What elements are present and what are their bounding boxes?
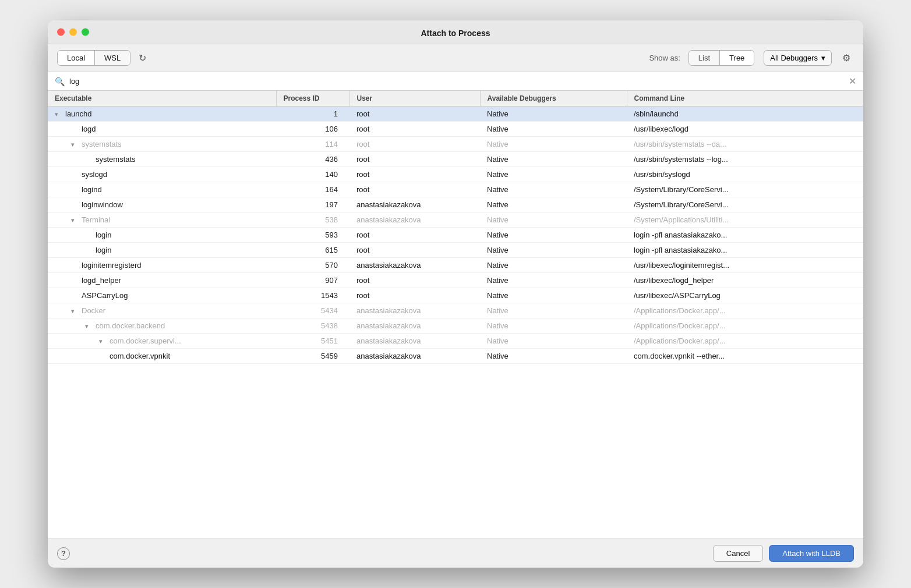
dialog: Attach to Process Local WSL ↻ Show as: L… bbox=[48, 20, 863, 568]
process-cmdline: /usr/sbin/systemstats --da... bbox=[627, 137, 863, 152]
table-row[interactable]: ▾systemstats114rootNative/usr/sbin/syste… bbox=[48, 137, 863, 152]
tree-expand-icon[interactable]: ▾ bbox=[99, 338, 107, 345]
process-user: anastasiakazakova bbox=[349, 349, 480, 364]
process-user: anastasiakazakova bbox=[349, 212, 480, 228]
process-debuggers: Native bbox=[480, 288, 627, 303]
process-name: login bbox=[96, 246, 111, 254]
process-debuggers: Native bbox=[480, 303, 627, 318]
wsl-button[interactable]: WSL bbox=[95, 51, 130, 65]
process-name: systemstats bbox=[96, 155, 136, 164]
tree-expand-icon[interactable]: ▾ bbox=[85, 323, 93, 330]
process-user: root bbox=[349, 107, 480, 122]
table-row[interactable]: loginitemregisterd570anastasiakazakovaNa… bbox=[48, 258, 863, 273]
table-row[interactable]: syslogd140rootNative/usr/sbin/syslogd bbox=[48, 167, 863, 182]
maximize-button[interactable] bbox=[82, 29, 89, 36]
table-row[interactable]: ▾Docker5434anastasiakazakovaNative/Appli… bbox=[48, 303, 863, 318]
col-header-debuggers[interactable]: Available Debuggers bbox=[480, 91, 627, 107]
table-row[interactable]: ▾Terminal538anastasiakazakovaNative/Syst… bbox=[48, 212, 863, 228]
col-header-cmdline[interactable]: Command Line bbox=[627, 91, 863, 107]
process-user: root bbox=[349, 243, 480, 258]
table-row[interactable]: loginwindow197anastasiakazakovaNative/Sy… bbox=[48, 197, 863, 212]
process-name: loginwindow bbox=[82, 200, 123, 209]
process-debuggers: Native bbox=[480, 122, 627, 137]
search-input[interactable] bbox=[69, 77, 844, 86]
process-name: loginitemregisterd bbox=[82, 261, 142, 270]
settings-button[interactable]: ⚙ bbox=[839, 50, 854, 66]
process-debuggers: Native bbox=[480, 197, 627, 212]
tree-expand-icon[interactable]: ▾ bbox=[71, 141, 79, 148]
table-row[interactable]: logind164rootNative/System/Library/CoreS… bbox=[48, 182, 863, 197]
table-row[interactable]: systemstats436rootNative/usr/sbin/system… bbox=[48, 152, 863, 167]
table-row[interactable]: login615rootNativelogin -pfl anastasiaka… bbox=[48, 243, 863, 258]
tree-expand-icon[interactable]: ▾ bbox=[71, 217, 79, 224]
process-debuggers: Native bbox=[480, 152, 627, 167]
view-mode-toggle: List Tree bbox=[688, 50, 754, 66]
process-cmdline: /usr/sbin/systemstats --log... bbox=[627, 152, 863, 167]
table-row[interactable]: logd_helper907rootNative/usr/libexec/log… bbox=[48, 273, 863, 288]
process-cmdline: /Applications/Docker.app/... bbox=[627, 334, 863, 349]
process-name: login bbox=[96, 231, 111, 239]
debuggers-dropdown[interactable]: All Debuggers ▾ bbox=[764, 50, 832, 66]
toolbar: Local WSL ↻ Show as: List Tree All Debug… bbox=[48, 44, 863, 72]
process-cmdline: /Applications/Docker.app/... bbox=[627, 303, 863, 318]
process-user: root bbox=[349, 182, 480, 197]
col-header-pid[interactable]: Process ID bbox=[276, 91, 349, 107]
process-user: root bbox=[349, 137, 480, 152]
process-pid: 570 bbox=[276, 258, 349, 273]
process-name: logind bbox=[82, 185, 102, 194]
process-user: anastasiakazakova bbox=[349, 258, 480, 273]
tree-view-button[interactable]: Tree bbox=[720, 51, 754, 65]
process-pid: 106 bbox=[276, 122, 349, 137]
table-row[interactable]: ▾launchd1rootNative/sbin/launchd bbox=[48, 107, 863, 122]
process-debuggers: Native bbox=[480, 243, 627, 258]
process-cmdline: /System/Library/CoreServi... bbox=[627, 197, 863, 212]
process-cmdline: login -pfl anastasiakazako... bbox=[627, 228, 863, 243]
local-button[interactable]: Local bbox=[58, 51, 95, 65]
process-pid: 593 bbox=[276, 228, 349, 243]
search-clear-button[interactable]: ✕ bbox=[849, 76, 856, 87]
process-name: Docker bbox=[82, 306, 105, 315]
table-row[interactable]: ▾com.docker.backend5438anastasiakazakova… bbox=[48, 318, 863, 334]
process-pid: 5451 bbox=[276, 334, 349, 349]
process-table-container: Executable Process ID User Available Deb… bbox=[48, 91, 863, 539]
footer: ? Cancel Attach with LLDB bbox=[48, 539, 863, 568]
refresh-button[interactable]: ↻ bbox=[135, 50, 150, 66]
attach-button[interactable]: Attach with LLDB bbox=[769, 545, 854, 562]
col-header-user[interactable]: User bbox=[349, 91, 480, 107]
table-row[interactable]: com.docker.vpnkit5459anastasiakazakovaNa… bbox=[48, 349, 863, 364]
process-cmdline: /System/Library/CoreServi... bbox=[627, 182, 863, 197]
process-debuggers: Native bbox=[480, 349, 627, 364]
tree-expand-icon[interactable]: ▾ bbox=[55, 111, 63, 118]
process-pid: 1 bbox=[276, 107, 349, 122]
col-header-executable[interactable]: Executable bbox=[48, 91, 276, 107]
cancel-button[interactable]: Cancel bbox=[713, 545, 763, 562]
process-pid: 140 bbox=[276, 167, 349, 182]
process-name: com.docker.supervi... bbox=[110, 336, 181, 345]
table-row[interactable]: ASPCarryLog1543rootNative/usr/libexec/AS… bbox=[48, 288, 863, 303]
process-cmdline: /usr/libexec/logd_helper bbox=[627, 273, 863, 288]
dialog-title: Attach to Process bbox=[421, 29, 490, 38]
process-user: root bbox=[349, 288, 480, 303]
process-pid: 114 bbox=[276, 137, 349, 152]
process-table: Executable Process ID User Available Deb… bbox=[48, 91, 863, 364]
process-cmdline: /usr/libexec/logd bbox=[627, 122, 863, 137]
show-as-label: Show as: bbox=[649, 54, 680, 62]
process-pid: 197 bbox=[276, 197, 349, 212]
process-pid: 5438 bbox=[276, 318, 349, 334]
process-pid: 436 bbox=[276, 152, 349, 167]
table-row[interactable]: logd106rootNative/usr/libexec/logd bbox=[48, 122, 863, 137]
process-cmdline: /usr/libexec/loginitemregist... bbox=[627, 258, 863, 273]
process-cmdline: login -pfl anastasiakazako... bbox=[627, 243, 863, 258]
help-button[interactable]: ? bbox=[57, 547, 70, 560]
process-user: anastasiakazakova bbox=[349, 318, 480, 334]
table-row[interactable]: login593rootNativelogin -pfl anastasiaka… bbox=[48, 228, 863, 243]
close-button[interactable] bbox=[57, 29, 65, 36]
search-icon: 🔍 bbox=[55, 77, 65, 86]
process-name: logd bbox=[82, 125, 96, 133]
list-view-button[interactable]: List bbox=[689, 51, 720, 65]
process-user: root bbox=[349, 273, 480, 288]
process-debuggers: Native bbox=[480, 318, 627, 334]
tree-expand-icon[interactable]: ▾ bbox=[71, 307, 79, 315]
minimize-button[interactable] bbox=[69, 29, 77, 36]
table-row[interactable]: ▾com.docker.supervi...5451anastasiakazak… bbox=[48, 334, 863, 349]
